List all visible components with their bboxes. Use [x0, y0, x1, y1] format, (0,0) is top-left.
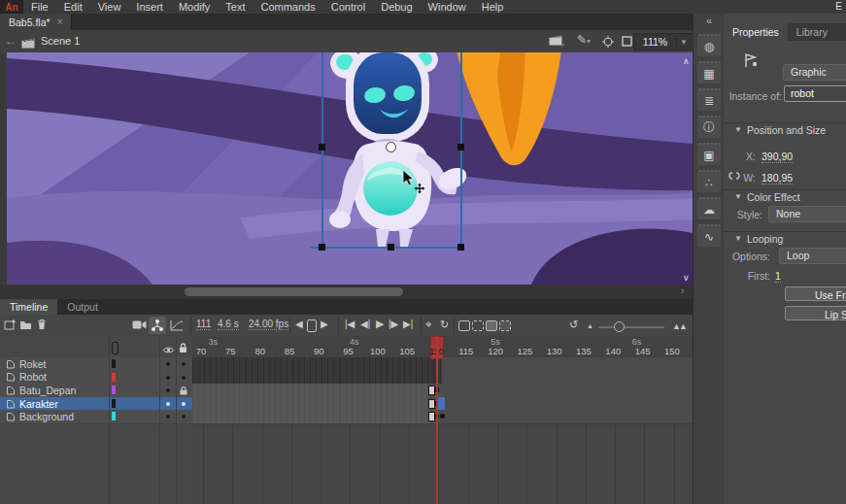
color-icon[interactable]: ◍ [697, 34, 721, 56]
delete-layer-icon[interactable] [37, 319, 47, 332]
use-frame-picker-button[interactable]: Use Fra [785, 286, 846, 301]
new-layer-icon[interactable] [4, 319, 16, 332]
layer-visibility-dot[interactable] [166, 402, 170, 406]
lip-syncing-button[interactable]: Lip S [785, 306, 846, 320]
layer-depth-icon[interactable] [170, 319, 184, 333]
camera-icon[interactable] [132, 319, 147, 332]
go-to-first-frame-icon[interactable]: |◀ [345, 319, 355, 329]
layer-visibility-dot[interactable] [166, 415, 170, 419]
layer-outline-color[interactable] [112, 373, 116, 382]
tab-timeline[interactable]: Timeline [0, 299, 57, 315]
tab-library[interactable]: Library [788, 23, 836, 41]
section-looping[interactable]: ▼ Looping [724, 231, 846, 246]
scene-name[interactable]: Scene 1 [41, 35, 80, 47]
layer-visibility-dot[interactable] [166, 362, 170, 366]
transform-point[interactable] [386, 142, 396, 152]
current-frame-value[interactable]: 111 [196, 319, 211, 330]
layer-lock-icon[interactable] [180, 386, 187, 397]
layer-lock-dot[interactable] [182, 376, 186, 380]
selection-handle-right[interactable] [457, 144, 464, 151]
app-logo[interactable]: An [0, 0, 23, 14]
menu-help[interactable]: Help [474, 0, 512, 14]
close-icon[interactable]: × [57, 17, 63, 27]
collapse-panels-icon[interactable]: « [694, 14, 725, 29]
previous-frame-icon[interactable]: ◀| [360, 319, 370, 329]
info-icon[interactable]: ⓘ [697, 116, 721, 138]
timeline-zoom-slider[interactable] [598, 326, 664, 328]
layer-row-roket[interactable]: Roket [0, 357, 192, 372]
new-folder-icon[interactable] [19, 319, 32, 332]
loop-playback-icon[interactable]: ↻ [440, 319, 449, 331]
frame-row-batu_depan[interactable] [192, 384, 693, 398]
selection-handle-bottom-left[interactable] [319, 244, 325, 251]
menu-commands[interactable]: Commands [253, 0, 322, 14]
play-icon[interactable]: ▶ [376, 318, 384, 330]
onion-range-icon[interactable] [499, 320, 511, 331]
menu-window[interactable]: Window [421, 0, 474, 14]
step-forward-icon[interactable]: ▶ [321, 319, 328, 329]
w-value[interactable]: 180,95 [761, 172, 793, 185]
document-tab[interactable]: Bab5.fla* × [0, 14, 72, 30]
section-color-effect[interactable]: ▼ Color Effect [724, 189, 846, 204]
layer-visibility-dot[interactable] [166, 376, 170, 380]
h-scroll-right-icon[interactable]: › [681, 286, 684, 296]
menu-edit[interactable]: Edit [56, 0, 90, 14]
style-dropdown[interactable]: None [768, 206, 846, 222]
layer-lock-dot[interactable] [182, 402, 186, 406]
menu-debug[interactable]: Debug [373, 0, 420, 14]
menu-file[interactable]: File [23, 0, 56, 14]
layer-row-karakter[interactable]: Karakter [0, 397, 192, 412]
center-frame-icon[interactable]: ⌖ [425, 318, 432, 331]
loop-options-dropdown[interactable]: Loop [779, 248, 846, 264]
center-stage-icon[interactable] [602, 36, 614, 50]
selection-handle-left[interactable] [319, 144, 325, 151]
layer-row-batu_depan[interactable]: Batu_Depan [0, 384, 192, 398]
onion-skin-icon[interactable] [458, 320, 470, 331]
edit-symbols-icon[interactable]: ✎▾ [577, 33, 591, 47]
menu-insert[interactable]: Insert [128, 0, 171, 14]
creative-cloud-icon[interactable]: ☁ [697, 197, 721, 219]
menu-modify[interactable]: Modify [171, 0, 218, 14]
stage-scroll-down-icon[interactable]: ∨ [683, 273, 690, 283]
layer-outline-color[interactable] [112, 399, 116, 408]
instance-name-field[interactable]: robot [784, 85, 846, 102]
tab-properties[interactable]: Properties [724, 23, 788, 41]
lock-column-icon[interactable] [179, 340, 187, 357]
onion-skin-outlines-icon[interactable] [472, 320, 484, 331]
edit-scene-icon[interactable] [549, 34, 564, 49]
symbol-type-dropdown[interactable]: Graphic [783, 64, 846, 81]
stage-viewport[interactable]: ∧ ∨ [0, 52, 693, 285]
layer-visibility-dot[interactable] [166, 388, 170, 392]
timeline-frames-pane[interactable]: 3s4s5s6s70758085909510010511011512012513… [192, 336, 693, 504]
h-scroll-thumb[interactable] [185, 287, 403, 296]
frame-row-background[interactable] [192, 410, 693, 424]
selection-handle-bottom-center[interactable] [388, 244, 394, 251]
brush-library-icon[interactable]: ∴ [697, 170, 721, 192]
section-position-size[interactable]: ▼ Position and Size [724, 122, 846, 137]
menu-control[interactable]: Control [323, 0, 373, 14]
swatches-icon[interactable]: ▦ [697, 61, 721, 84]
reset-timeline-zoom-icon[interactable]: ↺ [569, 319, 578, 331]
x-value[interactable]: 390,90 [761, 151, 793, 163]
show-parent-view-button[interactable] [149, 317, 166, 334]
stage-h-scrollbar[interactable]: › [0, 285, 693, 300]
transform-icon[interactable]: ▣ [697, 143, 721, 165]
next-frame-icon[interactable]: |▶ [389, 319, 398, 329]
go-to-last-frame-icon[interactable]: ▶| [403, 319, 413, 329]
timeline-zoom-knob[interactable] [614, 321, 625, 332]
edit-multiple-frames-icon[interactable] [486, 320, 497, 331]
layer-row-robot[interactable]: Robot [0, 371, 192, 386]
timeline-zoom-in-icon[interactable]: ▲▲ [672, 321, 686, 331]
frame-row-karakter[interactable] [192, 397, 693, 412]
motion-editor-icon[interactable]: ∿ [697, 224, 721, 247]
menu-text[interactable]: Text [218, 0, 253, 14]
frame-rate-value[interactable]: 24.00 fps [249, 319, 288, 330]
layer-row-background[interactable]: Background [0, 410, 192, 424]
elapsed-time-value[interactable]: 4.6 s [218, 319, 239, 330]
layer-outline-color[interactable] [112, 386, 116, 394]
eye-column-icon[interactable] [162, 341, 175, 358]
frame-row-robot[interactable] [192, 371, 693, 386]
selection-handle-bottom-right[interactable] [457, 244, 464, 251]
tab-output[interactable]: Output [57, 299, 108, 315]
timeline-zoom-out-icon[interactable]: ▲ [587, 322, 593, 329]
